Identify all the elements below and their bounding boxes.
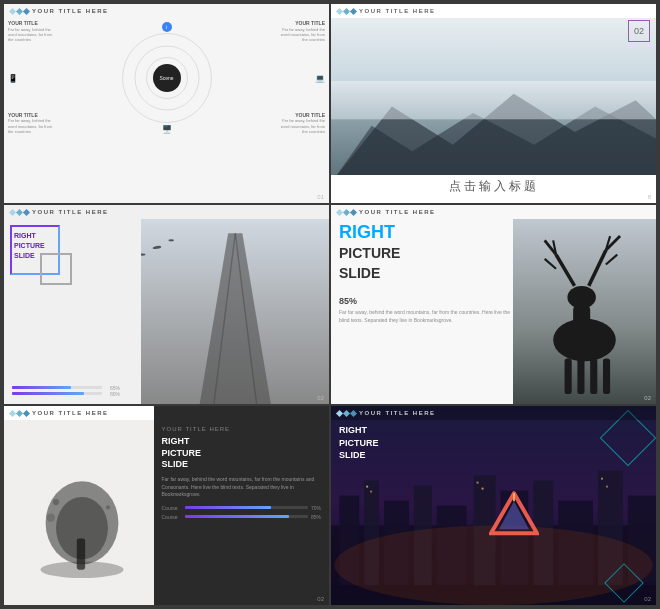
- slide10-big-label: RIGHT PICTURESLIDE: [339, 223, 515, 282]
- slide-11: YOUR TITLE HERE YOUR TITLE HERE RIGHTPIC…: [4, 406, 329, 605]
- svg-rect-3: [331, 81, 656, 119]
- svg-point-30: [53, 499, 59, 505]
- slide11-header: YOUR TITLE HERE: [4, 406, 329, 420]
- main-title-area: 点击输入标题: [331, 176, 656, 195]
- progress-fill-2: [12, 392, 84, 395]
- slide-8: YOUR TITLE HERE 02: [331, 4, 656, 203]
- panel-progress: Course 70% Course 85%: [162, 505, 322, 520]
- slide10-desc: Far far away, behind the word mountains,…: [339, 309, 515, 324]
- panel-desc: Far far away, behind the word mountains,…: [162, 476, 322, 499]
- svg-point-31: [106, 505, 110, 509]
- ink-wash-area: [4, 420, 160, 605]
- orbit-node-top: i: [162, 22, 172, 32]
- prog-fill-2: [185, 515, 290, 518]
- diamond-icon: [23, 409, 30, 416]
- slide8-header: YOUR TITLE HERE: [331, 4, 656, 18]
- prog-pct-2: 85%: [311, 514, 321, 520]
- slide9-content: RIGHTPICTURESLIDE: [10, 225, 189, 285]
- slide12-big-label: RIGHTPICTURESLIDE: [339, 424, 379, 462]
- orbit-diagram: Scene YOUR TITLE Far far away, behind th…: [4, 18, 329, 138]
- diamond-group-11: [10, 411, 29, 416]
- mountain-image: [331, 18, 656, 175]
- orbit-desc: Far far away, behind the word mountains,…: [8, 27, 53, 43]
- triangle-logo: [489, 491, 539, 540]
- diamond-group-9: [10, 210, 29, 215]
- prog-fill: [185, 506, 271, 509]
- slide-7: YOUR TITLE HERE Scene YOUR TITLE Far far…: [4, 4, 329, 203]
- panel-prog-row-1: Course 70%: [162, 505, 322, 511]
- dark-panel: YOUR TITLE HERE RIGHTPICTURESLIDE Far fa…: [154, 406, 330, 605]
- slide7-title: YOUR TITLE HERE: [32, 8, 109, 14]
- diamond-group-12: [337, 411, 356, 416]
- prog-pct: 70%: [311, 505, 321, 511]
- orbit-label-tr: YOUR TITLE Far far away, behind the word…: [280, 20, 325, 42]
- slide10-header: YOUR TITLE HERE: [331, 205, 656, 219]
- diamond-group: [10, 9, 29, 14]
- progress-fill-1: [12, 386, 71, 389]
- svg-point-32: [47, 514, 55, 522]
- slide12-header: YOUR TITLE HERE: [331, 406, 656, 420]
- slide-10: YOUR TITLE HERE: [331, 205, 656, 404]
- prog-bg: [185, 506, 308, 509]
- svg-point-14: [567, 286, 595, 309]
- orbit-node-bottom: 🖥️: [162, 125, 172, 134]
- slide11-title: YOUR TITLE HERE: [32, 410, 109, 416]
- slide-9: YOUR TITLE HERE: [4, 205, 329, 404]
- slide10-percent: 85%: [339, 296, 515, 306]
- right-word-rest: PICTURESLIDE: [339, 245, 400, 281]
- slide11-number: 02: [317, 596, 324, 602]
- gray-frame: [40, 253, 72, 285]
- prog-label-2: 80%: [110, 391, 120, 397]
- orbit-desc-r: Far far away, behind the word mountains,…: [280, 27, 325, 43]
- diamond-icon: [23, 7, 30, 14]
- right-label: RIGHTPICTURESLIDE: [14, 232, 45, 259]
- progress-bars: 65% 80%: [12, 386, 102, 398]
- slide12-number: 02: [644, 596, 651, 602]
- ink-svg: [4, 420, 160, 605]
- progress-bar-1: 65%: [12, 386, 102, 389]
- deer-svg: [513, 219, 656, 404]
- slide-12: YOUR TITLE HERE RIGHTPICTURESLIDE 02: [331, 406, 656, 605]
- svg-rect-52: [601, 478, 603, 480]
- prog-label-2: Course: [162, 514, 182, 520]
- diamond-group-10: [337, 210, 356, 215]
- diamond-icon: [23, 208, 30, 215]
- diamond-icon: [350, 7, 357, 14]
- main-text: 点击输入标题: [449, 179, 539, 193]
- panel-title: RIGHTPICTURESLIDE: [162, 436, 322, 471]
- slide8-number: 8: [648, 194, 651, 200]
- orbit-label-tl: YOUR TITLE Far far away, behind the word…: [8, 20, 53, 42]
- svg-point-33: [40, 561, 123, 578]
- svg-rect-13: [573, 304, 590, 340]
- mountain-svg: [331, 81, 656, 175]
- slide9-big-label: RIGHTPICTURESLIDE: [14, 231, 45, 260]
- slide10-content: RIGHT PICTURESLIDE 85% Far far away, beh…: [339, 223, 515, 324]
- panel-prog-row-2: Course 85%: [162, 514, 322, 520]
- deer-photo: [513, 219, 656, 404]
- panel-header-text: YOUR TITLE HERE: [162, 426, 322, 432]
- slide9-header: YOUR TITLE HERE: [4, 205, 329, 219]
- svg-rect-50: [477, 482, 479, 484]
- svg-rect-51: [482, 488, 484, 490]
- center-node: Scene: [153, 64, 181, 92]
- diamond-icon: [350, 409, 357, 416]
- prog-label: Course: [162, 505, 182, 511]
- slide9-title: YOUR TITLE HERE: [32, 209, 109, 215]
- prog-bg-2: [185, 515, 308, 518]
- chapter-number-box: 02: [628, 20, 650, 42]
- orbit-node-right: 💻: [315, 74, 325, 83]
- slide10-number: 02: [644, 395, 651, 401]
- penrose-triangle: [489, 491, 539, 536]
- svg-rect-49: [370, 491, 372, 493]
- slide7-header: YOUR TITLE HERE: [4, 4, 329, 18]
- progress-bar-2: 80%: [12, 392, 102, 395]
- orbit-label-bl: YOUR TITLE Far far away, behind the word…: [8, 112, 53, 134]
- svg-rect-24: [577, 358, 584, 394]
- slide7-number: 01: [317, 194, 324, 200]
- diamond-group-8: [337, 9, 356, 14]
- slide8-title: YOUR TITLE HERE: [359, 8, 436, 14]
- orbit-node-left: 📱: [8, 74, 18, 83]
- svg-rect-53: [606, 486, 608, 488]
- chapter-num: 02: [634, 26, 644, 36]
- svg-rect-25: [590, 358, 597, 394]
